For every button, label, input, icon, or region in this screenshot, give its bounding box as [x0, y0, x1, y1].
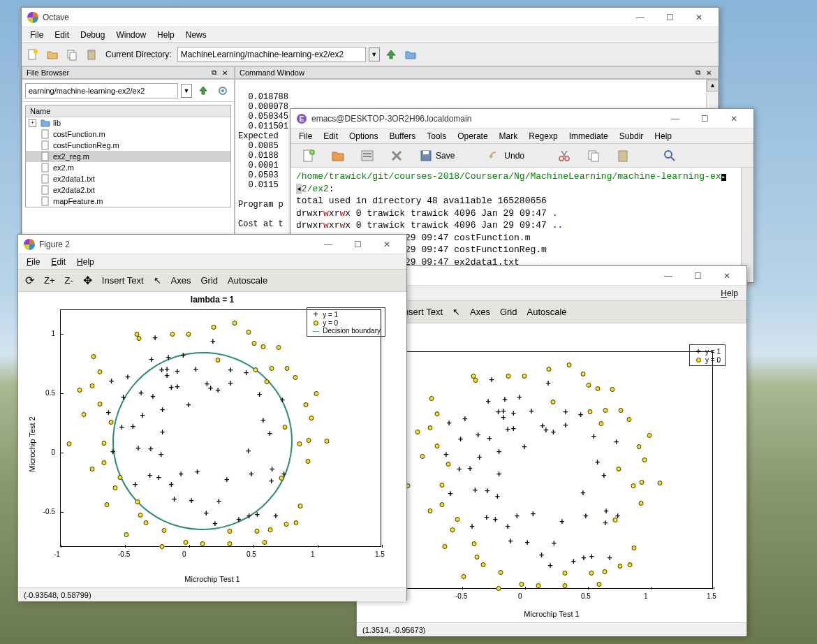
- maximize-button[interactable]: ☐: [691, 112, 719, 126]
- open-file-icon[interactable]: [44, 46, 61, 63]
- insert-text-button[interactable]: Insert Text: [401, 307, 443, 317]
- emacs-titlebar[interactable]: E emacs@DESKTOP-3OR2H96.localdomain — ☐ …: [290, 109, 753, 129]
- curdir-input[interactable]: [177, 47, 366, 62]
- data-point-negative: [325, 436, 330, 446]
- copy-icon[interactable]: [582, 147, 605, 164]
- close-button[interactable]: ✕: [720, 112, 748, 126]
- figure2-titlebar[interactable]: Figure 2 — ☐ ✕: [18, 235, 406, 254]
- figure2-canvas[interactable]: lambda = 1 +y = 1 y = 0 —Decision bounda…: [18, 292, 406, 587]
- minimize-button[interactable]: —: [314, 237, 342, 251]
- undo-button[interactable]: Undo: [483, 147, 529, 164]
- pointer-icon[interactable]: ↖: [452, 307, 460, 317]
- menu-tools[interactable]: Tools: [421, 130, 452, 142]
- curdir-dropdown-icon[interactable]: ▼: [369, 47, 380, 61]
- data-point-negative: [631, 481, 635, 490]
- filebrowser-path-input[interactable]: [25, 83, 178, 98]
- dired-entry[interactable]: drwxrwxrwx 0 trawick trawick 4096 Jan 29…: [296, 219, 748, 232]
- zoom-out-button[interactable]: Z-: [65, 275, 73, 286]
- maximize-button[interactable]: ☐: [344, 237, 371, 251]
- data-point-positive: +: [257, 390, 262, 400]
- menu-file[interactable]: File: [24, 29, 49, 41]
- insert-text-button[interactable]: Insert Text: [102, 275, 144, 286]
- new-file-icon[interactable]: [24, 46, 41, 63]
- menu-file[interactable]: File: [293, 130, 318, 142]
- close-button[interactable]: ✕: [685, 10, 713, 24]
- figure1-titlebar[interactable]: — ☐ ✕: [357, 266, 746, 286]
- pan-icon[interactable]: ✥: [83, 274, 92, 287]
- file-row[interactable]: costFunctionReg.m: [26, 140, 230, 151]
- new-icon[interactable]: +: [297, 147, 320, 164]
- close-button[interactable]: ✕: [713, 269, 741, 283]
- file-list: Name +lib costFunction.m costFunctionReg…: [25, 105, 231, 207]
- menu-file[interactable]: File: [21, 256, 45, 268]
- menu-regexp[interactable]: Regexp: [523, 130, 563, 142]
- open-icon[interactable]: [327, 147, 349, 164]
- menu-debug[interactable]: Debug: [75, 29, 110, 41]
- grid-button[interactable]: Grid: [200, 275, 218, 286]
- figure2-xlabel: Microchip Test 1: [184, 575, 240, 583]
- menu-edit[interactable]: Edit: [318, 130, 344, 142]
- minimize-button[interactable]: —: [626, 10, 654, 24]
- file-row[interactable]: costFunction.m: [26, 129, 230, 140]
- menu-help[interactable]: Help: [71, 256, 100, 268]
- panel-undock-icon[interactable]: ⧉: [693, 68, 702, 78]
- figure1-canvas[interactable]: +y = 1 y = 0 -1-0.500.511.5-0.500.51++++…: [357, 323, 746, 622]
- data-point-positive: +: [110, 447, 115, 457]
- search-icon[interactable]: [658, 147, 681, 164]
- close-button[interactable]: ✕: [373, 237, 401, 251]
- file-row[interactable]: ex2.m: [26, 162, 230, 173]
- file-icon: [41, 129, 50, 139]
- file-list-column-name[interactable]: Name: [26, 105, 230, 117]
- up-dir-icon[interactable]: [383, 46, 399, 63]
- menu-buffers[interactable]: Buffers: [383, 130, 421, 142]
- minimize-button[interactable]: —: [661, 112, 689, 126]
- autoscale-button[interactable]: Autoscale: [527, 307, 566, 317]
- data-point-positive: +: [244, 368, 249, 378]
- zoom-in-button[interactable]: Z+: [44, 275, 55, 286]
- file-row-selected[interactable]: ex2_reg.m: [26, 151, 230, 162]
- menu-options[interactable]: Options: [344, 130, 383, 142]
- menu-operate[interactable]: Operate: [452, 130, 493, 142]
- menu-news[interactable]: News: [180, 29, 212, 41]
- rotate-icon[interactable]: ⟳: [25, 274, 34, 287]
- fb-gear-icon[interactable]: [214, 82, 231, 99]
- file-row-lib[interactable]: +lib: [26, 117, 230, 129]
- menu-subdir[interactable]: Subdir: [614, 130, 649, 142]
- dired-icon[interactable]: [356, 147, 378, 164]
- pointer-icon[interactable]: ↖: [154, 275, 161, 286]
- axes-button[interactable]: Axes: [171, 275, 191, 286]
- paste-icon[interactable]: [612, 147, 634, 164]
- copy-icon[interactable]: [64, 46, 80, 63]
- panel-close-icon[interactable]: ✕: [220, 68, 230, 78]
- octave-titlebar[interactable]: Octave — ☐ ✕: [22, 8, 719, 27]
- menu-help[interactable]: Help: [715, 287, 744, 300]
- menu-help[interactable]: Help: [649, 130, 677, 142]
- maximize-button[interactable]: ☐: [684, 269, 712, 283]
- menu-help[interactable]: Help: [152, 29, 180, 41]
- axes-button[interactable]: Axes: [470, 307, 490, 317]
- dired-entry[interactable]: drwxrwxrwx 0 trawick trawick 4096 Jan 29…: [296, 207, 748, 220]
- file-row[interactable]: ex2data2.txt: [26, 184, 230, 196]
- expand-icon[interactable]: +: [29, 119, 36, 127]
- maximize-button[interactable]: ☐: [656, 10, 684, 24]
- menu-immediate[interactable]: Immediate: [564, 130, 614, 142]
- grid-button[interactable]: Grid: [500, 307, 517, 317]
- scroll-up-icon[interactable]: ▲: [707, 80, 719, 92]
- fb-dropdown-icon[interactable]: ▼: [181, 84, 192, 98]
- fb-up-icon[interactable]: [195, 82, 212, 99]
- panel-undock-icon[interactable]: ⧉: [209, 68, 219, 78]
- autoscale-button[interactable]: Autoscale: [228, 275, 267, 286]
- cut-icon[interactable]: [553, 147, 575, 164]
- file-row[interactable]: mapFeature.m: [26, 196, 230, 207]
- menu-window[interactable]: Window: [110, 29, 152, 41]
- menu-edit[interactable]: Edit: [45, 256, 71, 268]
- menu-mark[interactable]: Mark: [494, 130, 524, 142]
- panel-close-icon[interactable]: ✕: [704, 68, 714, 78]
- paste-icon[interactable]: [83, 46, 100, 63]
- kill-buffer-icon[interactable]: [385, 147, 408, 164]
- save-button[interactable]: Save: [415, 147, 459, 164]
- file-row[interactable]: ex2data1.txt: [26, 173, 230, 184]
- menu-edit[interactable]: Edit: [49, 29, 75, 41]
- minimize-button[interactable]: —: [654, 269, 682, 283]
- browse-folder-icon[interactable]: [402, 46, 419, 63]
